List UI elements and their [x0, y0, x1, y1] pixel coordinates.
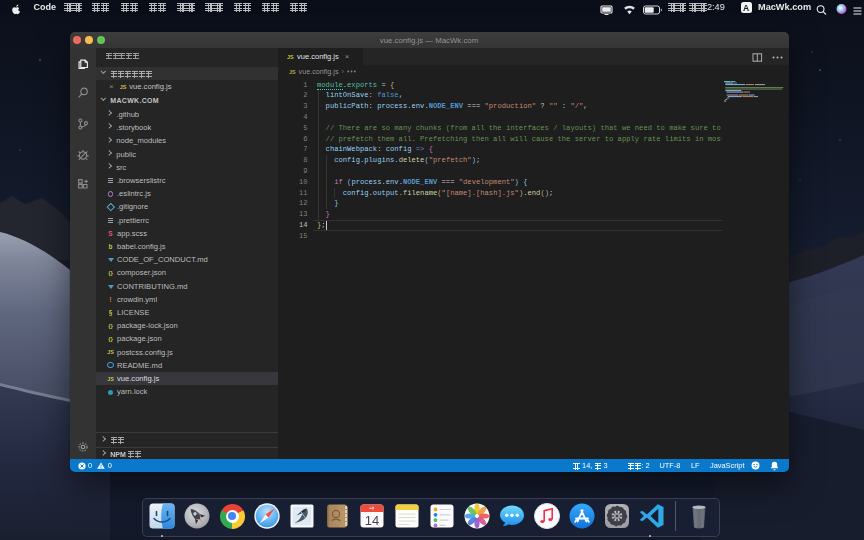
- svg-text:14: 14: [365, 513, 379, 528]
